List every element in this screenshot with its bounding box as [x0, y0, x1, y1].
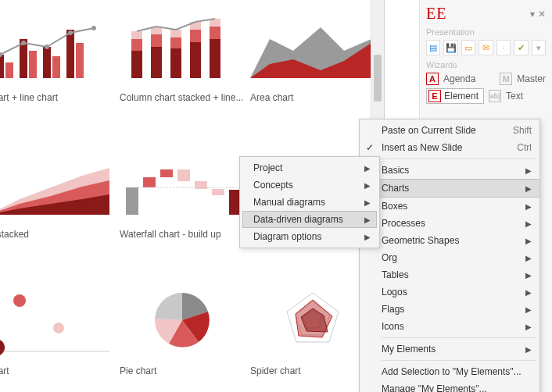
menu-add-selection[interactable]: Add Selection to "My Elements"... [360, 363, 539, 380]
chart-caption: Column chart stacked + line... [120, 92, 245, 103]
sep-icon: · [496, 40, 511, 55]
chart-thumb [250, 8, 375, 86]
svg-rect-33 [126, 187, 138, 215]
agenda-badge-icon[interactable]: A [426, 73, 439, 85]
svg-rect-6 [66, 30, 74, 78]
menu-icons[interactable]: Icons ▶ [360, 318, 539, 335]
svg-point-9 [21, 41, 26, 45]
submenu-manual-diagrams[interactable]: Manual diagrams ▶ [242, 194, 377, 211]
submenu-project[interactable]: Project ▶ [242, 159, 377, 176]
chart-caption: Spider chart [250, 365, 375, 376]
menu-org[interactable]: Org ▶ [360, 249, 539, 266]
svg-point-10 [45, 45, 49, 49]
menu-separator [382, 159, 536, 159]
svg-point-43 [13, 294, 26, 307]
svg-rect-15 [131, 31, 142, 39]
chart-thumb [120, 281, 245, 359]
chevron-right-icon: ▶ [525, 323, 532, 331]
svg-rect-36 [177, 169, 190, 181]
svg-rect-17 [151, 34, 162, 47]
chart-item-pie[interactable]: Pie chart [120, 281, 245, 376]
chart-caption: chart [0, 365, 113, 376]
folder-icon[interactable]: ▭ [461, 40, 475, 55]
panel-dropdown-icon[interactable]: ▾ [530, 9, 535, 20]
menu-flags[interactable]: Flags ▶ [360, 301, 539, 318]
chart-thumb [250, 281, 375, 359]
menu-geometric-shapes[interactable]: Geometric Shapes ▶ [360, 232, 539, 249]
chart-item-spider[interactable]: Spider chart [250, 281, 375, 376]
svg-rect-38 [212, 189, 224, 195]
menu-my-elements[interactable]: My Elements ▶ [360, 340, 539, 358]
submenu-diagram-options[interactable]: Diagram options ▶ [242, 228, 377, 245]
chart-item-stacked-combo[interactable]: Column chart stacked + line... [120, 8, 245, 103]
menu-basics[interactable]: Basics ▶ [360, 162, 539, 179]
chart-item-combo[interactable]: chart + line chart [0, 8, 113, 103]
submenu-data-driven-diagrams[interactable]: Data-driven diagrams ▶ [242, 211, 377, 228]
submenu-concepts[interactable]: Concepts ▶ [242, 176, 377, 194]
chart-item-bubble[interactable]: chart [0, 281, 113, 376]
panel-close-icon[interactable]: ✕ [538, 9, 546, 20]
menu-tables[interactable]: Tables ▶ [360, 266, 539, 283]
menu-boxes[interactable]: Boxes ▶ [360, 198, 539, 215]
svg-point-12 [91, 26, 96, 30]
ok-icon[interactable]: ✔ [514, 40, 528, 55]
new-slide-icon[interactable]: ▤ [426, 40, 440, 55]
master-badge-icon[interactable]: M [500, 73, 512, 85]
mail-icon[interactable]: ✉ [479, 40, 493, 55]
section-presentation: Presentation [426, 27, 546, 37]
menu-logos[interactable]: Logos ▶ [360, 283, 539, 301]
master-label[interactable]: Master [517, 73, 546, 84]
element-badge-icon: E [428, 90, 441, 102]
chart-thumb [120, 144, 245, 223]
chevron-right-icon: ▶ [364, 233, 371, 241]
chevron-right-icon: ▶ [525, 219, 532, 228]
svg-rect-35 [160, 169, 173, 177]
section-wizards: Wizards [426, 60, 546, 69]
chart-item-area-stacked[interactable]: rt stacked [0, 144, 113, 240]
save-icon[interactable]: 💾 [443, 40, 457, 55]
menu-paste-current-slide[interactable]: Paste on Current Slide Shift [360, 122, 539, 139]
svg-rect-22 [190, 42, 201, 78]
menu-insert-new-slide[interactable]: ✓ Insert as New Slide Ctrl [360, 139, 539, 156]
menu-manage-my-elements[interactable]: Manage "My Elements"... [360, 380, 539, 392]
element-wizard-button[interactable]: E Element [426, 88, 484, 104]
charts-submenu: Project ▶ Concepts ▶ Manual diagrams ▶ D… [239, 156, 380, 248]
svg-rect-34 [143, 177, 156, 187]
chart-caption: chart + line chart [0, 92, 113, 103]
svg-rect-21 [170, 30, 181, 37]
chevron-right-icon: ▶ [525, 184, 532, 193]
svg-rect-5 [52, 56, 60, 78]
dropdown-icon[interactable]: ▾ [532, 40, 546, 55]
svg-rect-3 [29, 51, 37, 78]
element-label: Element [444, 91, 479, 102]
svg-rect-25 [210, 39, 220, 78]
agenda-label[interactable]: Agenda [443, 73, 475, 84]
chevron-right-icon: ▶ [364, 164, 371, 173]
scrollbar-thumb[interactable] [374, 55, 382, 102]
chart-caption: rt stacked [0, 229, 113, 240]
menu-separator [382, 360, 536, 361]
text-badge-icon[interactable]: ab| [489, 90, 501, 102]
text-label[interactable]: Text [506, 91, 523, 102]
chart-item-area[interactable]: Area chart [250, 8, 375, 103]
chart-thumb [0, 144, 113, 223]
chevron-right-icon: ▶ [525, 288, 532, 297]
svg-rect-16 [151, 47, 162, 78]
svg-rect-20 [170, 37, 181, 48]
chevron-right-icon: ▶ [525, 237, 532, 245]
chevron-right-icon: ▶ [525, 271, 532, 280]
chart-thumb [0, 8, 113, 86]
chevron-right-icon: ▶ [525, 345, 532, 354]
presentation-toolbar: ▤ 💾 ▭ ✉ · ✔ ▾ [426, 40, 546, 55]
menu-charts[interactable]: Charts ▶ [360, 179, 539, 198]
svg-point-44 [53, 323, 64, 333]
menu-processes[interactable]: Processes ▶ [360, 215, 539, 232]
chevron-right-icon: ▶ [364, 216, 371, 224]
check-icon: ✓ [366, 142, 374, 153]
chart-caption: Area chart [250, 92, 375, 103]
svg-rect-0 [0, 55, 4, 78]
chevron-right-icon: ▶ [525, 305, 532, 314]
chart-item-waterfall[interactable]: Waterfall chart - build up [120, 144, 245, 240]
chevron-right-icon: ▶ [525, 254, 532, 262]
svg-rect-23 [190, 30, 201, 42]
